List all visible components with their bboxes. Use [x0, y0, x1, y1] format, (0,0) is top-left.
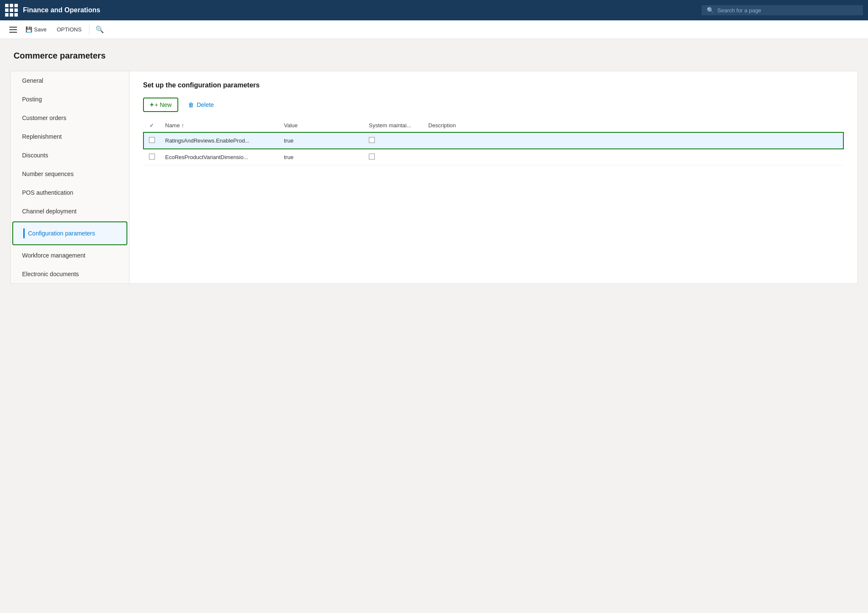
row-value-cell: true: [279, 149, 364, 165]
top-bar: Finance and Operations 🔍: [0, 0, 868, 20]
main-panel: General Posting Customer orders Replenis…: [10, 71, 858, 284]
table-header-row: ✓ Name ↑ Value System maintai... Descrip: [143, 119, 843, 132]
col-header-value[interactable]: Value: [279, 119, 364, 132]
page-title: Commerce parameters: [14, 51, 854, 61]
sidebar-item-electronic-documents[interactable]: Electronic documents: [11, 265, 129, 283]
row-check-cell[interactable]: [143, 149, 160, 165]
global-search[interactable]: 🔍: [702, 5, 863, 15]
sidebar-item-customer-orders[interactable]: Customer orders: [11, 109, 129, 127]
row-system-cell[interactable]: [364, 132, 423, 149]
sidebar-item-discounts[interactable]: Discounts: [11, 146, 129, 165]
action-buttons: + + New 🗑 Delete: [143, 98, 844, 112]
toolbar-divider: [89, 25, 90, 35]
plus-icon: +: [150, 101, 154, 109]
sidebar-item-posting[interactable]: Posting: [11, 90, 129, 109]
sidebar-item-workforce-management[interactable]: Workforce management: [11, 246, 129, 265]
options-button[interactable]: OPTIONS: [53, 24, 86, 35]
system-checkbox[interactable]: [369, 137, 375, 143]
col-header-description[interactable]: Description: [423, 119, 843, 132]
row-value-cell: true: [279, 132, 364, 149]
app-title: Finance and Operations: [23, 6, 697, 14]
row-system-cell[interactable]: [364, 149, 423, 165]
sidebar-item-number-sequences[interactable]: Number sequences: [11, 165, 129, 183]
hamburger-button[interactable]: [7, 24, 20, 35]
trash-icon: 🗑: [188, 101, 194, 108]
sidebar-item-general[interactable]: General: [11, 71, 129, 90]
check-icon: ✓: [149, 122, 154, 129]
row-name-cell: RatingsAndReviews.EnableProd...: [160, 132, 279, 149]
col-header-system[interactable]: System maintai...: [364, 119, 423, 132]
sidebar: General Posting Customer orders Replenis…: [11, 71, 129, 283]
col-header-name[interactable]: Name ↑: [160, 119, 279, 132]
section-title: Set up the configuration parameters: [143, 81, 844, 89]
sidebar-item-replenishment[interactable]: Replenishment: [11, 127, 129, 146]
toolbar: 💾 Save OPTIONS 🔍: [0, 20, 868, 39]
sidebar-item-channel-deployment[interactable]: Channel deployment: [11, 202, 129, 221]
system-checkbox[interactable]: [369, 154, 375, 160]
save-icon: 💾: [25, 26, 32, 33]
search-icon: 🔍: [707, 7, 714, 14]
content-panel: Set up the configuration parameters + + …: [129, 71, 857, 283]
new-button[interactable]: + + New: [143, 98, 178, 112]
sidebar-item-pos-authentication[interactable]: POS authentication: [11, 183, 129, 202]
row-name-cell: EcoResProductVariantDimensio...: [160, 149, 279, 165]
row-checkbox[interactable]: [149, 154, 155, 160]
table-row[interactable]: RatingsAndReviews.EnableProd... true: [143, 132, 843, 149]
row-description-cell: [423, 132, 843, 149]
delete-button[interactable]: 🗑 Delete: [182, 98, 220, 112]
col-header-check: ✓: [143, 119, 160, 132]
layout-wrapper: Commerce parameters General Posting Cust…: [0, 39, 868, 284]
table-row[interactable]: EcoResProductVariantDimensio... true: [143, 149, 843, 165]
active-indicator: [23, 228, 25, 238]
save-button[interactable]: 💾 Save: [21, 24, 51, 35]
sidebar-item-configuration-parameters[interactable]: Configuration parameters: [12, 221, 127, 245]
row-description-cell: [423, 149, 843, 165]
config-table: ✓ Name ↑ Value System maintai... Descrip: [143, 119, 844, 165]
search-input[interactable]: [717, 7, 858, 14]
row-checkbox[interactable]: [149, 137, 155, 143]
row-check-cell[interactable]: [143, 132, 160, 149]
toolbar-search-icon[interactable]: 🔍: [93, 23, 107, 36]
app-grid-button[interactable]: [5, 4, 18, 17]
